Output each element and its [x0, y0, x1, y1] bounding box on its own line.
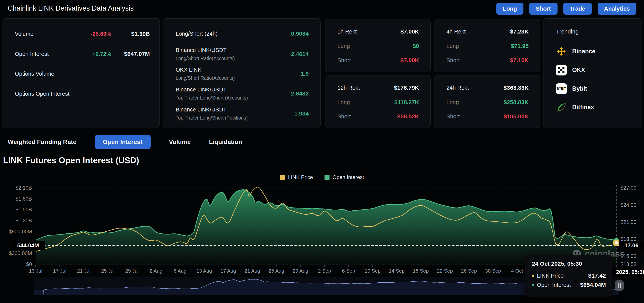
trending-item-label: Bitfinex: [572, 104, 594, 111]
header-button-long[interactable]: Long: [496, 3, 524, 15]
legend-label: Open Interest: [332, 174, 364, 180]
stat-row: Open Interest+0.72%$647.07M: [15, 49, 150, 59]
okx-icon-wrap: [556, 65, 567, 75]
rekt-label: Long: [338, 99, 350, 105]
rekt-row: Short$58.52K: [338, 112, 419, 121]
ratio-value: 0.9084: [291, 30, 309, 37]
rekt-label: Long: [446, 43, 459, 49]
header-button-short[interactable]: Short: [529, 3, 557, 15]
rekt-row: Short$105.00K: [446, 112, 529, 121]
left-axis-label: $0: [0, 262, 32, 267]
ratio-value: 2.4614: [291, 51, 309, 57]
tab-open-interest[interactable]: Open Interest: [95, 135, 150, 149]
trending-item-bitfinex[interactable]: Bitfinex: [556, 102, 594, 113]
trending-item-binance[interactable]: Binance: [556, 46, 596, 57]
tooltip-row: LINK Price$17.42: [532, 272, 606, 279]
rekt-label: Short: [338, 57, 351, 63]
rekt-label: Long: [338, 43, 350, 49]
market-stats-card: Volume-25.69%$1.30BOpen Interest+0.72%$6…: [2, 18, 160, 128]
rekt-row: 1h Rekt$7.00K: [338, 27, 419, 36]
open-interest-area: [36, 190, 616, 265]
left-axis-label: $1.80B: [0, 196, 32, 202]
tooltip-row: Open Interest$654.04M: [532, 282, 606, 288]
dashboard-page: { "header": { "title": "Chainlink LINK D…: [0, 0, 644, 303]
ratio-pair: OKX LINKLong/Short Ratio(Accounts): [176, 67, 300, 81]
rekt-row: 24h Rekt$363.83K: [446, 83, 529, 93]
ratio-pair-name: OKX LINK: [176, 67, 300, 73]
right-axis-label: $21.00: [620, 219, 636, 225]
trending-item-label: Binance: [572, 48, 596, 55]
tooltip-series-value: $17.42: [588, 272, 606, 279]
tab-volume[interactable]: Volume: [169, 138, 191, 146]
bitfinex-icon: [556, 102, 567, 113]
rekt-value: $258.83K: [504, 99, 529, 105]
stat-label: Volume: [15, 31, 70, 37]
rekt-row: 12h Rekt$176.79K: [338, 83, 419, 93]
rekt-card-1h: 1h Rekt$7.00KLong$0Short$7.00K: [325, 19, 430, 72]
rekt-card-24h: 24h Rekt$363.83KLong$258.83KShort$105.00…: [434, 75, 540, 128]
navigator-resize-handle[interactable]: [615, 280, 624, 291]
rekt-label: Short: [338, 113, 351, 120]
header-button-trade[interactable]: Trade: [563, 3, 592, 15]
right-axis-label: $27.00: [620, 185, 636, 191]
tab-liquidation[interactable]: Liquidation: [209, 138, 242, 146]
trending-item-label: Bybit: [572, 85, 587, 92]
tooltip-series-value: $654.04M: [580, 282, 606, 288]
ratio-pair: Binance LINK/USDTLong/Short Ratio(Accoun…: [176, 47, 291, 61]
rekt-label: 12h Rekt: [338, 85, 360, 91]
legend-item-open-interest[interactable]: Open Interest: [324, 174, 364, 180]
trending-item-okx[interactable]: OKX: [556, 64, 585, 76]
trending-item-bybit[interactable]: BYBITBybit: [556, 83, 587, 94]
stat-value: $1.30B: [111, 31, 150, 37]
rekt-row: 4h Rekt$7.23K: [446, 27, 529, 36]
rekt-row: Long$258.83K: [446, 97, 529, 107]
tab-weighted-funding-rate[interactable]: Weighted Funding Rate: [8, 138, 76, 146]
trending-title: Trending: [556, 28, 578, 35]
rekt-value: $363.83K: [504, 84, 529, 91]
tabs-divider: [0, 150, 644, 150]
tooltip-series-dot: [532, 284, 534, 286]
rekt-label: 4h Rekt: [446, 28, 466, 35]
legend-label: LINK Price: [288, 174, 313, 180]
rekt-value: $7.00K: [400, 57, 419, 63]
tooltip-timestamp: 24 Oct 2025, 05:30: [532, 261, 606, 267]
legend-item-link-price[interactable]: LINK Price: [280, 174, 313, 180]
chart-tabs: Weighted Funding RateOpen InterestVolume…: [8, 134, 242, 149]
header-button-analytics[interactable]: Analytics: [598, 3, 636, 15]
stat-label: Open Interest: [15, 51, 70, 57]
stat-row: Options Volume: [15, 69, 150, 79]
stat-change: +0.72%: [70, 51, 111, 57]
stat-label: Options Open Interest: [15, 91, 70, 97]
rekt-value: $7.15K: [510, 57, 529, 63]
rekt-label: Long: [446, 99, 459, 105]
right-axis-label: $24.00: [620, 202, 636, 208]
left-axis-label: $1.50B: [0, 207, 32, 213]
rekt-value: $118.27K: [394, 99, 419, 105]
rekt-row: Long$71.95: [446, 41, 529, 51]
stat-row: Options Open Interest: [15, 89, 150, 99]
ratio-value: 1.934: [294, 110, 309, 117]
crosshair-right-value-badge: 17.06: [619, 241, 644, 250]
chart-tooltip: 24 Oct 2025, 05:30 LINK Price$17.42Open …: [525, 255, 612, 298]
trending-item-label: OKX: [572, 67, 585, 73]
left-axis-label: $900.00M: [0, 229, 32, 235]
rekt-label: Short: [446, 57, 460, 63]
ratio-pair-metric: Top Trader Long/Short (Accounts): [176, 95, 291, 101]
stat-label: Options Volume: [15, 71, 70, 77]
rekt-row: Short$7.15K: [446, 55, 529, 65]
bitfinex-icon-wrap: [556, 102, 567, 113]
ratio-pair: Binance LINK/USDTTop Trader Long/Short (…: [176, 106, 294, 121]
right-axis-label: $13.58: [620, 262, 636, 267]
left-axis-label: $1.20B: [0, 218, 32, 224]
trending-card: Trending BinanceOKXBYBITBybitBitfinex: [543, 18, 642, 128]
rekt-card-4h: 4h Rekt$7.23KLong$71.95Short$7.15K: [434, 19, 540, 72]
binance-icon: [556, 46, 567, 57]
page-title: Chainlink LINK Derivatives Data Analysis: [8, 4, 134, 12]
ratio-value: 2.8432: [291, 90, 309, 97]
chart-title: LINK Futures Open Interest (USD): [3, 156, 139, 165]
rekt-value: $105.00K: [504, 113, 529, 120]
stat-value: $647.07M: [111, 51, 150, 57]
long-short-ratios-card: Long/Short (24h)0.9084Binance LINK/USDTL…: [163, 18, 321, 128]
ratio-pair-name: Long/Short (24h): [176, 31, 291, 37]
ratio-row: Binance LINK/USDTTop Trader Long/Short (…: [176, 85, 309, 102]
